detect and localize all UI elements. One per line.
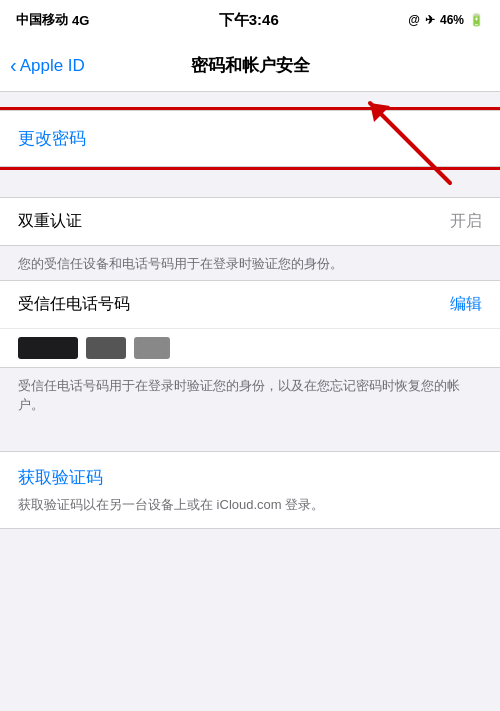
edit-button[interactable]: 编辑 [450,294,482,315]
time-label: 下午3:46 [219,11,279,30]
phone-description: 受信任电话号码用于在登录时验证您的身份，以及在您忘记密码时恢复您的帐户。 [0,368,500,421]
two-factor-block: 双重认证 开启 [0,197,500,246]
battery-icon: 🔋 [469,13,484,27]
signal-icon: @ [408,13,420,27]
page-title: 密码和帐户安全 [191,54,310,77]
status-bar: 中国移动 4G 下午3:46 @ ✈ 46% 🔋 [0,0,500,40]
phone-blur-3 [134,337,170,359]
content-area: 更改密码 双重认证 开启 您的受信任设备和电话号码用于在登录时验证您的身份。 受… [0,92,500,529]
verification-title[interactable]: 获取验证码 [0,452,500,495]
get-verification-section: 获取验证码 获取验证码以在另一台设备上或在 iCloud.com 登录。 [0,451,500,530]
verification-description: 获取验证码以在另一台设备上或在 iCloud.com 登录。 [0,495,500,529]
two-factor-description: 您的受信任设备和电话号码用于在登录时验证您的身份。 [0,246,500,280]
status-left: 中国移动 4G [16,11,89,29]
phone-numbers-area [0,329,500,367]
phone-blur-2 [86,337,126,359]
network-label: 4G [72,13,89,28]
chevron-left-icon: ‹ [10,55,17,75]
status-right: @ ✈ 46% 🔋 [408,13,484,27]
nav-bar: ‹ Apple ID 密码和帐户安全 [0,40,500,92]
carrier-label: 中国移动 [16,11,68,29]
location-icon: ✈ [425,13,435,27]
back-button[interactable]: ‹ Apple ID [10,56,85,76]
trusted-phone-block: 受信任电话号码 编辑 [0,280,500,368]
back-label: Apple ID [20,56,85,76]
change-password-label: 更改密码 [18,129,86,148]
phone-blur-1 [18,337,78,359]
two-factor-status: 开启 [450,211,482,232]
battery-label: 46% [440,13,464,27]
change-password-section[interactable]: 更改密码 [0,110,500,167]
two-factor-label: 双重认证 [18,211,82,232]
two-factor-section: 双重认证 开启 您的受信任设备和电话号码用于在登录时验证您的身份。 受信任电话号… [0,197,500,421]
trusted-phone-label: 受信任电话号码 [18,294,130,315]
two-factor-row: 双重认证 开启 [0,198,500,245]
trusted-phone-row: 受信任电话号码 编辑 [0,281,500,329]
